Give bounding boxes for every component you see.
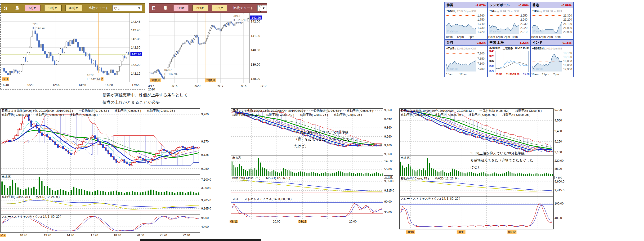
note-line1: 債券が高値更新中。株価が上昇する条件として: [102, 92, 188, 99]
compare-chart-label: 比較チャート: [234, 6, 254, 10]
scale-tag: × 100: [384, 176, 393, 179]
window-edge: [140, 239, 261, 241]
macd-pane: 移動平均( Close, 75 ) MACD( 12, 26, 9 ): [400, 176, 554, 196]
market-time: 08-12 15:00: [515, 47, 529, 50]
price-axis: 142.26 142.45142.40142.35142.30142.20142…: [130, 13, 144, 82]
market-change: -0.89%: [561, 4, 572, 7]
stochastics-label: スロー・ストキャスティクス( 14, 3, 80, 20 ): [2, 215, 61, 219]
price-axis: 9,5609,4609,3609,2609,1609,060: [383, 108, 398, 156]
stochastics-axis: 90.0035.00: [383, 197, 398, 219]
volume-axis: 7,500.03,000.0: [200, 174, 215, 195]
market-name: 中国 上海: [490, 40, 504, 45]
macd-axis: 9,550.09,315.0: [383, 176, 398, 197]
bond-daily-plot: 08/12 H : 142.42 04/07 L : 137.94 06限月09…: [149, 13, 250, 83]
market-time: Aug 12 02:30pm IST: [538, 47, 562, 50]
macd-label: 移動平均( Close, 75 ) MACD( 12, 26, 9 ): [232, 176, 290, 180]
volume-pane: 出来高: [231, 156, 383, 176]
time-axis: 08/1210:4013:2014:4017:2018:4020:0021:20…: [0, 233, 200, 238]
market-cell-india[interactable]: インド-0.15% ^BSESN Aug 12 02:30pm IST 18,1…: [531, 40, 573, 77]
yahoo-watermark: © Yahoo!: [447, 30, 458, 33]
market-cell-shanghai[interactable]: 中国 上海-1.23% sh000001 上证指数 08-12 15:00 26…: [488, 40, 530, 77]
yahoo-watermark: © Yahoo!: [490, 30, 501, 33]
button-10min[interactable]: 10分足: [44, 5, 61, 11]
world-markets-panel: 韓国-2.07% ^KS11 Aug 12 02:55pm KST 1,7601…: [444, 2, 574, 77]
annotation-30min: 3日間上値を抑えていた30分基準線 も後場超えてきた（夕場でまたもぐった けど）: [470, 150, 544, 170]
low-annotation: 04/07 L : 137.94: [163, 68, 178, 76]
volume-axis: × 100 145.0055.00: [383, 156, 398, 176]
market-name: シンガポール: [490, 3, 510, 7]
stochastics-pane: スロー・ストキャスティクス( 14, 3, 80, 20 ): [0, 214, 200, 233]
nikkei-15min-chart: 2日間上値を抑えていた15分基準線 （青）を超えてきた（夕場でまたもぐっ たけど…: [231, 108, 398, 225]
stochastics-label: スロー・ストキャスティクス( 14, 3, 80, 20 ): [232, 197, 292, 201]
market-symbol: sh000001: [489, 47, 500, 50]
yahoo-watermark: © Yahoo!: [447, 67, 458, 70]
bond-daily-chart-window: 日 足 1日足 2日足 3日足 比較チャート なし▼ 08/12 H : 142…: [149, 3, 267, 90]
yahoo-watermark: © Yahoo!: [533, 67, 544, 70]
market-cell-korea[interactable]: 韓国-2.07% ^KS11 Aug 12 02:55pm KST 1,7601…: [445, 2, 487, 39]
market-name: 台湾: [446, 40, 453, 45]
stochastics-pane: スロー・ストキャスティクス( 14, 3, 80, 20 ): [231, 197, 383, 219]
button-30min[interactable]: 30分足: [65, 5, 82, 11]
market-change: -1.23%: [518, 41, 529, 44]
chart-title: 日経２２５先物 10/09( 30分, 2010/08/04 - 2010/08…: [401, 109, 542, 112]
macd-axis: 9,205.09,165.0: [200, 194, 215, 214]
price-axis: 9,7009,5509,4009,2509,100: [554, 108, 568, 156]
nikkei-30min-chart: 3日間上値を抑えていた30分基準線 も後場超えてきた（夕場でまたもぐった けど）…: [400, 108, 568, 235]
main-pane: 日経２２５先物 10/09( 30分, 2010/08/04 - 2010/08…: [400, 108, 554, 156]
macd-pane: 移動平均( Close, 75 ) MACD( 12, 26, 9 ): [231, 176, 383, 197]
bond-daily-title: 日 足: [152, 6, 170, 11]
indicator-list: 移動平均( Close, 20 ) 移動平均( Close, 40 ) 移動平均…: [2, 113, 98, 116]
bond-minute-plot: 9:20 H : 142.42 16:30 L : 142.14 8/118/1…: [1, 13, 130, 82]
compare-chart-label: 比較チャート: [88, 6, 109, 10]
nikkei-5min-chart: 日経２２５先物 10/09( 5分, 2010/08/09 - 2010/08/…: [0, 108, 215, 238]
bond-minute-toolbar: 分 足 5分足 10分足 30分足 比較チャート なし▼: [1, 3, 145, 13]
chart-title: 日経２２５先物 10/09( 5分, 2010/08/09 - 2010/08/…: [2, 109, 175, 112]
bond-daily-toolbar: 日 足 1日足 2日足 3日足 比較チャート なし▼: [149, 3, 267, 13]
compare-chart-select[interactable]: なし▼: [257, 5, 267, 11]
volume-label: 出来高: [401, 156, 410, 160]
market-cell-taiwan[interactable]: 台湾-0.83% ^TWII Aug 12 01:25pm CST 7,9007…: [445, 40, 487, 77]
button-2day[interactable]: 2日足: [192, 5, 208, 11]
market-name: 香港: [532, 3, 539, 7]
market-time: Aug 12 02:55pm KST: [452, 10, 476, 12]
volume-axis: × 100 220.0085.00: [554, 156, 568, 176]
time-axis: 08/1008/1108/12: [400, 230, 554, 235]
last-price-tag: 142.26: [250, 16, 262, 20]
stochastics-axis: 95.0040.00: [200, 214, 215, 233]
scale-tag: × 100: [554, 176, 563, 179]
market-change: -0.66%: [518, 4, 529, 7]
bond-minute-title: 分 足: [4, 6, 21, 11]
market-cell-hongkong[interactable]: 香港-0.89% ^HSI Aug 12 04:00pm HKT 21,3002…: [531, 2, 573, 39]
main-pane: 日経２２５先物 10/09( 5分, 2010/08/09 - 2010/08/…: [0, 108, 200, 175]
button-1day[interactable]: 1日足: [173, 5, 189, 11]
indicator-list: 移動平均( Close, 20 ) 移動平均( Close, 40 ) 移動平均…: [401, 113, 530, 116]
indicator-list: 移動平均( Close, 20 ) 移動平均( Close, 40 ) 移動平均…: [232, 113, 362, 116]
intraday-chart: [496, 51, 528, 72]
market-change: -0.15%: [561, 41, 572, 44]
market-cell-singapore[interactable]: シンガポール-0.66% ^STI Aug 12 04:59pm SGT 2,9…: [488, 2, 530, 39]
stochastics-label: スロー・ストキャスティクス( 14, 3, 80, 20 ): [401, 197, 460, 201]
market-name: インド: [532, 40, 543, 45]
market-time: Aug 12 04:59pm SGT: [494, 10, 519, 12]
button-5min[interactable]: 5分足: [25, 5, 40, 11]
stochastics-pane: スロー・ストキャスティクス( 14, 3, 80, 20 ): [400, 196, 554, 230]
price-axis: 142.26 142.00141.00140.00139.00138.00: [250, 13, 266, 83]
chart-title: 日経２２５先物 10/09( 15分, 2010/08/04 - 2010/08…: [232, 109, 373, 112]
annotation-15min: 2日間上値を抑えていた15分基準線 （青）を超えてきた（夕場でまたもぐっ たけど…: [294, 129, 365, 150]
chevron-down-icon: ▼: [138, 6, 141, 10]
stochastics-axis: 100.0040.00: [554, 196, 568, 230]
macd-label: 移動平均( Close, 75 ) MACD( 12, 26, 9 ): [401, 176, 458, 181]
note-line2: 債券の上昇がとまることが必要: [102, 99, 188, 106]
compare-chart-select[interactable]: なし▼: [112, 5, 142, 11]
macd-label: 移動平均( Close, 75 ) MACD( 12, 26, 9 ): [2, 195, 60, 199]
high-annotation: 08/12 H : 142.42: [232, 14, 248, 22]
chevron-down-icon: ▼: [262, 6, 265, 10]
macd-pane: 移動平均( Close, 75 ) MACD( 12, 26, 9 ): [0, 194, 200, 214]
volume-label: 出来高: [232, 156, 241, 160]
last-price-tag: 142.26: [130, 52, 142, 56]
button-3day[interactable]: 3日足: [212, 5, 227, 11]
market-time: Aug 12 01:25pm CST: [452, 47, 476, 50]
index-name: 上证指数: [503, 47, 513, 50]
volume-label: 出来高: [2, 175, 11, 179]
date-axis: 3/17 20104/155/206/177/158/12: [149, 83, 267, 89]
